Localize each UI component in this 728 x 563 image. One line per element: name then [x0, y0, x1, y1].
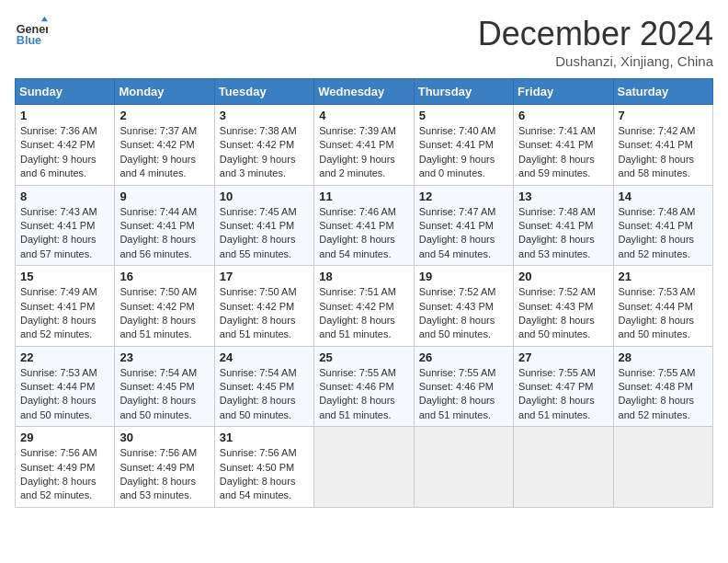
- calendar-cell: 25Sunrise: 7:55 AMSunset: 4:46 PMDayligh…: [314, 346, 414, 427]
- calendar-cell: 23Sunrise: 7:54 AMSunset: 4:45 PMDayligh…: [115, 346, 214, 427]
- day-info: Sunrise: 7:39 AMSunset: 4:41 PMDaylight:…: [319, 125, 396, 178]
- calendar-cell: 6Sunrise: 7:41 AMSunset: 4:41 PMDaylight…: [514, 105, 613, 186]
- calendar-cell: 30Sunrise: 7:56 AMSunset: 4:49 PMDayligh…: [115, 427, 214, 508]
- day-number: 8: [20, 190, 109, 203]
- day-number: 14: [619, 190, 708, 203]
- day-number: 18: [319, 270, 408, 283]
- logo-icon: General Blue: [15, 15, 48, 48]
- calendar-cell: [514, 427, 613, 508]
- day-number: 23: [119, 350, 209, 364]
- calendar-cell: 18Sunrise: 7:51 AMSunset: 4:42 PMDayligh…: [314, 266, 414, 347]
- page-header: General Blue December 2024 Dushanzi, Xin…: [15, 15, 713, 69]
- calendar-cell: 24Sunrise: 7:54 AMSunset: 4:45 PMDayligh…: [214, 346, 313, 427]
- calendar-cell: 7Sunrise: 7:42 AMSunset: 4:41 PMDaylight…: [613, 105, 712, 186]
- day-info: Sunrise: 7:41 AMSunset: 4:41 PMDaylight:…: [518, 125, 596, 178]
- day-number: 27: [518, 350, 608, 364]
- calendar-week-2: 8Sunrise: 7:43 AMSunset: 4:41 PMDaylight…: [16, 185, 713, 266]
- day-number: 28: [619, 350, 708, 364]
- day-info: Sunrise: 7:36 AMSunset: 4:42 PMDaylight:…: [20, 125, 97, 178]
- calendar-cell: 27Sunrise: 7:55 AMSunset: 4:47 PMDayligh…: [514, 346, 613, 427]
- svg-text:Blue: Blue: [17, 34, 41, 47]
- weekday-header-monday: Monday: [115, 79, 214, 105]
- calendar-cell: 2Sunrise: 7:37 AMSunset: 4:42 PMDaylight…: [115, 105, 214, 186]
- calendar-cell: 28Sunrise: 7:55 AMSunset: 4:48 PMDayligh…: [613, 346, 712, 427]
- day-info: Sunrise: 7:44 AMSunset: 4:41 PMDaylight:…: [119, 206, 197, 259]
- calendar-cell: 1Sunrise: 7:36 AMSunset: 4:42 PMDaylight…: [16, 105, 115, 186]
- day-info: Sunrise: 7:38 AMSunset: 4:42 PMDaylight:…: [220, 125, 297, 178]
- calendar-table: SundayMondayTuesdayWednesdayThursdayFrid…: [15, 78, 713, 508]
- day-info: Sunrise: 7:37 AMSunset: 4:42 PMDaylight:…: [119, 125, 197, 178]
- calendar-week-4: 22Sunrise: 7:53 AMSunset: 4:44 PMDayligh…: [16, 346, 713, 427]
- calendar-cell: 10Sunrise: 7:45 AMSunset: 4:41 PMDayligh…: [214, 185, 313, 266]
- day-info: Sunrise: 7:42 AMSunset: 4:41 PMDaylight:…: [619, 125, 696, 178]
- calendar-cell: 11Sunrise: 7:46 AMSunset: 4:41 PMDayligh…: [314, 185, 414, 266]
- day-info: Sunrise: 7:45 AMSunset: 4:41 PMDaylight:…: [220, 206, 297, 259]
- calendar-cell: 9Sunrise: 7:44 AMSunset: 4:41 PMDaylight…: [115, 185, 214, 266]
- calendar-cell: 29Sunrise: 7:56 AMSunset: 4:49 PMDayligh…: [16, 427, 115, 508]
- day-number: 30: [119, 431, 209, 444]
- day-number: 19: [419, 270, 508, 283]
- day-info: Sunrise: 7:46 AMSunset: 4:41 PMDaylight:…: [319, 206, 396, 259]
- calendar-cell: 12Sunrise: 7:47 AMSunset: 4:41 PMDayligh…: [414, 185, 513, 266]
- calendar-cell: 14Sunrise: 7:48 AMSunset: 4:41 PMDayligh…: [613, 185, 712, 266]
- day-number: 13: [518, 190, 608, 203]
- day-info: Sunrise: 7:56 AMSunset: 4:49 PMDaylight:…: [119, 447, 197, 500]
- calendar-cell: 15Sunrise: 7:49 AMSunset: 4:41 PMDayligh…: [16, 266, 115, 347]
- calendar-cell: 13Sunrise: 7:48 AMSunset: 4:41 PMDayligh…: [514, 185, 613, 266]
- day-number: 9: [119, 190, 209, 203]
- day-number: 7: [619, 109, 708, 122]
- day-number: 2: [119, 109, 209, 122]
- day-info: Sunrise: 7:53 AMSunset: 4:44 PMDaylight:…: [20, 367, 97, 420]
- calendar-cell: 19Sunrise: 7:52 AMSunset: 4:43 PMDayligh…: [414, 266, 513, 347]
- calendar-cell: 4Sunrise: 7:39 AMSunset: 4:41 PMDaylight…: [314, 105, 414, 186]
- calendar-week-1: 1Sunrise: 7:36 AMSunset: 4:42 PMDaylight…: [16, 105, 713, 186]
- day-number: 11: [319, 190, 408, 203]
- calendar-cell: 5Sunrise: 7:40 AMSunset: 4:41 PMDaylight…: [414, 105, 513, 186]
- weekday-header-sunday: Sunday: [16, 79, 115, 105]
- calendar-week-3: 15Sunrise: 7:49 AMSunset: 4:41 PMDayligh…: [16, 266, 713, 347]
- day-info: Sunrise: 7:55 AMSunset: 4:48 PMDaylight:…: [619, 367, 696, 420]
- day-number: 21: [619, 270, 708, 283]
- day-info: Sunrise: 7:49 AMSunset: 4:41 PMDaylight:…: [20, 286, 97, 339]
- day-number: 16: [119, 270, 209, 283]
- calendar-cell: [613, 427, 712, 508]
- day-number: 10: [220, 190, 309, 203]
- location: Dushanzi, Xinjiang, China: [478, 53, 713, 69]
- day-info: Sunrise: 7:55 AMSunset: 4:46 PMDaylight:…: [319, 367, 396, 420]
- calendar-cell: 22Sunrise: 7:53 AMSunset: 4:44 PMDayligh…: [16, 346, 115, 427]
- weekday-header-saturday: Saturday: [613, 79, 712, 105]
- day-info: Sunrise: 7:52 AMSunset: 4:43 PMDaylight:…: [518, 286, 596, 339]
- day-number: 15: [20, 270, 109, 283]
- weekday-header-tuesday: Tuesday: [214, 79, 313, 105]
- day-info: Sunrise: 7:56 AMSunset: 4:50 PMDaylight:…: [220, 447, 297, 500]
- day-number: 5: [419, 109, 508, 122]
- day-number: 24: [220, 350, 309, 364]
- weekday-header-friday: Friday: [514, 79, 613, 105]
- day-number: 4: [319, 109, 408, 122]
- day-info: Sunrise: 7:43 AMSunset: 4:41 PMDaylight:…: [20, 206, 97, 259]
- month-title: December 2024: [478, 15, 713, 53]
- calendar-cell: [414, 427, 513, 508]
- day-number: 31: [220, 431, 309, 444]
- day-number: 17: [220, 270, 309, 283]
- calendar-body: 1Sunrise: 7:36 AMSunset: 4:42 PMDaylight…: [16, 105, 713, 508]
- weekday-header-wednesday: Wednesday: [314, 79, 414, 105]
- day-info: Sunrise: 7:56 AMSunset: 4:49 PMDaylight:…: [20, 447, 97, 500]
- day-number: 6: [518, 109, 608, 122]
- day-info: Sunrise: 7:47 AMSunset: 4:41 PMDaylight:…: [419, 206, 496, 259]
- day-number: 1: [20, 109, 109, 122]
- logo: General Blue: [15, 15, 48, 48]
- svg-marker-2: [41, 17, 48, 21]
- calendar-cell: 26Sunrise: 7:55 AMSunset: 4:46 PMDayligh…: [414, 346, 513, 427]
- title-block: December 2024 Dushanzi, Xinjiang, China: [478, 15, 713, 69]
- day-number: 26: [419, 350, 508, 364]
- day-info: Sunrise: 7:40 AMSunset: 4:41 PMDaylight:…: [419, 125, 496, 178]
- calendar-cell: 17Sunrise: 7:50 AMSunset: 4:42 PMDayligh…: [214, 266, 313, 347]
- weekday-header-thursday: Thursday: [414, 79, 513, 105]
- day-info: Sunrise: 7:55 AMSunset: 4:46 PMDaylight:…: [419, 367, 496, 420]
- day-number: 25: [319, 350, 408, 364]
- day-info: Sunrise: 7:52 AMSunset: 4:43 PMDaylight:…: [419, 286, 496, 339]
- day-number: 12: [419, 190, 508, 203]
- calendar-week-5: 29Sunrise: 7:56 AMSunset: 4:49 PMDayligh…: [16, 427, 713, 508]
- day-number: 20: [518, 270, 608, 283]
